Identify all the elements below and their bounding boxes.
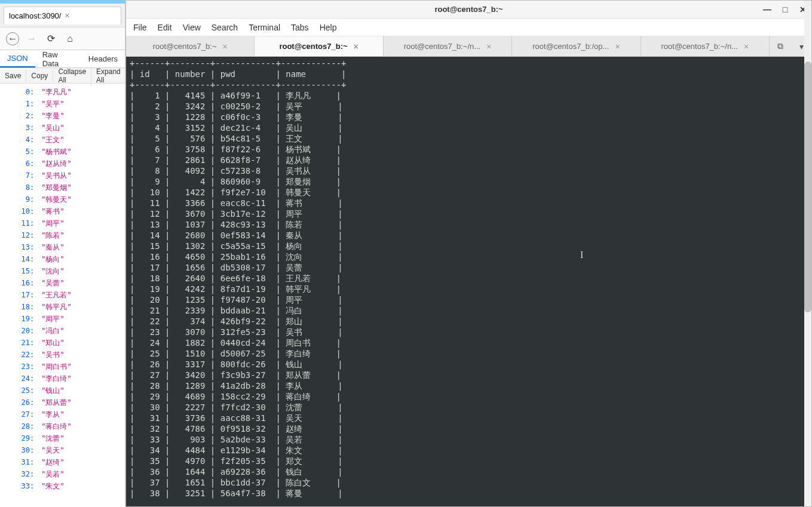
json-index: 28: [10, 420, 30, 432]
json-value: "赵从绮": [41, 159, 71, 168]
window-maximize-button[interactable]: □: [780, 5, 790, 14]
json-index: 17: [10, 289, 30, 301]
json-index: 6: [10, 158, 30, 170]
tab-close-icon[interactable]: ×: [354, 42, 358, 51]
tab-menu-chevron-icon[interactable]: ▾: [799, 42, 804, 51]
json-row[interactable]: 14:"杨向": [10, 253, 125, 265]
terminal-tab-3[interactable]: root@centos7_b:/op...×: [512, 36, 641, 56]
json-row[interactable]: 25:"钱山": [10, 385, 125, 397]
json-row[interactable]: 22:"吴书": [10, 349, 125, 361]
json-row[interactable]: 12:"陈若": [10, 229, 125, 241]
tab-close-icon[interactable]: ×: [223, 42, 228, 51]
json-row[interactable]: 9:"韩曼天": [10, 193, 125, 205]
menu-edit[interactable]: Edit: [158, 23, 172, 32]
json-row[interactable]: 21:"郑山": [10, 337, 125, 349]
terminal-tabbar: root@centos7_b:~×root@centos7_b:~×root@c…: [126, 36, 811, 57]
json-row[interactable]: 27:"李从": [10, 408, 125, 420]
json-action-copy[interactable]: Copy: [26, 70, 53, 82]
window-titlebar[interactable]: root@centos7_b:~ — □ ✕: [126, 1, 811, 19]
json-row[interactable]: 0:"李凡凡": [10, 86, 125, 98]
json-index: 18: [10, 301, 30, 313]
terminal-tab-label: root@centos7_b:~: [279, 42, 347, 51]
json-row[interactable]: 11:"周平": [10, 217, 125, 229]
json-value: "朱文": [41, 482, 64, 490]
json-row[interactable]: 16:"吴蕾": [10, 277, 125, 289]
terminal-tab-4[interactable]: root@centos7_b:~/n...×: [641, 36, 770, 56]
json-value: "吴书": [41, 351, 64, 359]
browser-tabbar: localhost:3090/ ×: [0, 4, 125, 27]
tab-close-icon[interactable]: ×: [615, 42, 620, 51]
nav-home-button[interactable]: ⌂: [63, 32, 76, 45]
json-row[interactable]: 8:"郑曼烟": [10, 182, 125, 193]
json-tab-headers[interactable]: Headers: [81, 51, 125, 67]
json-row[interactable]: 2:"李曼": [10, 110, 125, 122]
menu-help[interactable]: Help: [320, 23, 337, 32]
terminal-tab-1[interactable]: root@centos7_b:~×: [255, 36, 383, 56]
browser-tab[interactable]: localhost:3090/ ×: [4, 7, 121, 24]
menu-tabs[interactable]: Tabs: [291, 23, 309, 32]
json-row[interactable]: 31:"赵绮": [10, 456, 125, 468]
json-value: "秦从": [41, 243, 64, 251]
terminal-window: root@centos7_b:~ — □ ✕ FileEditViewSearc…: [125, 0, 812, 507]
json-action-save[interactable]: Save: [0, 70, 26, 82]
json-value: "周白书": [41, 362, 71, 371]
nav-forward-button[interactable]: →: [25, 32, 38, 45]
nav-back-button[interactable]: ←: [6, 32, 19, 45]
tab-close-icon[interactable]: ×: [744, 42, 749, 51]
browser-window: localhost:3090/ × ← → ⟳ ⌂ JSONRaw DataHe…: [0, 0, 125, 507]
json-row[interactable]: 13:"秦从": [10, 241, 125, 253]
menu-view[interactable]: View: [183, 23, 201, 32]
json-body[interactable]: 0:"李凡凡"1:"吴平"2:"李曼"3:"吴山"4:"王文"5:"杨书斌"6:…: [0, 84, 125, 507]
window-minimize-button[interactable]: —: [762, 5, 772, 14]
json-row[interactable]: 1:"吴平": [10, 98, 125, 110]
json-index: 19: [10, 313, 30, 325]
json-index: 14: [10, 253, 30, 265]
json-index: 30: [10, 444, 30, 456]
json-index: 16: [10, 277, 30, 289]
json-value: "周平": [41, 315, 64, 323]
json-row[interactable]: 24:"李白绮": [10, 373, 125, 385]
json-tab-json[interactable]: JSON: [0, 50, 35, 67]
json-index: 23: [10, 361, 30, 373]
menu-search[interactable]: Search: [212, 23, 238, 32]
json-index: 8: [10, 182, 30, 193]
json-row[interactable]: 3:"吴山": [10, 122, 125, 134]
json-value: "钱山": [41, 386, 64, 395]
json-row[interactable]: 6:"赵从绮": [10, 158, 125, 170]
json-row[interactable]: 15:"沈向": [10, 265, 125, 277]
terminal-tab-0[interactable]: root@centos7_b:~×: [126, 36, 255, 56]
tab-close-icon[interactable]: ×: [486, 42, 491, 51]
terminal-body[interactable]: +------+--------+------------+----------…: [126, 57, 811, 506]
json-row[interactable]: 19:"周平": [10, 313, 125, 325]
json-row[interactable]: 17:"王凡若": [10, 289, 125, 301]
json-value: "赵绮": [41, 458, 64, 466]
json-value: "李凡凡": [41, 88, 71, 96]
menu-terminal[interactable]: Terminal: [249, 23, 280, 32]
json-row[interactable]: 10:"蒋书": [10, 205, 125, 217]
json-row[interactable]: 28:"蒋白绮": [10, 420, 125, 432]
json-row[interactable]: 20:"冯白": [10, 325, 125, 337]
json-row[interactable]: 26:"郑从蕾": [10, 397, 125, 408]
json-row[interactable]: 23:"周白书": [10, 361, 125, 373]
tab-close-icon[interactable]: ×: [65, 11, 69, 20]
json-row[interactable]: 4:"王文": [10, 134, 125, 146]
nav-reload-button[interactable]: ⟳: [44, 32, 57, 45]
json-row[interactable]: 18:"韩平凡": [10, 301, 125, 313]
json-value: "吴平": [41, 100, 64, 108]
json-row[interactable]: 33:"朱文": [10, 480, 125, 492]
json-row[interactable]: 7:"吴书从": [10, 170, 125, 182]
terminal-tab-2[interactable]: root@centos7_b:~/n...×: [384, 36, 512, 56]
terminal-tab-label: root@centos7_b:~/n...: [404, 42, 480, 51]
json-row[interactable]: 30:"吴天": [10, 444, 125, 456]
tab-overflow-icon[interactable]: ⧉: [777, 41, 783, 51]
json-action-collapse-all[interactable]: Collapse All: [53, 66, 91, 86]
json-row[interactable]: 32:"吴若": [10, 468, 125, 480]
json-value: "沈向": [41, 267, 64, 275]
json-row[interactable]: 29:"沈蕾": [10, 432, 125, 444]
menu-file[interactable]: File: [133, 23, 147, 32]
scrollbar-thumb[interactable]: [804, 62, 811, 312]
json-action-expand-all[interactable]: Expand All: [91, 66, 126, 86]
json-row[interactable]: 5:"杨书斌": [10, 146, 125, 158]
terminal-tab-label: root@centos7_b:/op...: [532, 42, 609, 51]
json-index: 2: [10, 110, 30, 122]
